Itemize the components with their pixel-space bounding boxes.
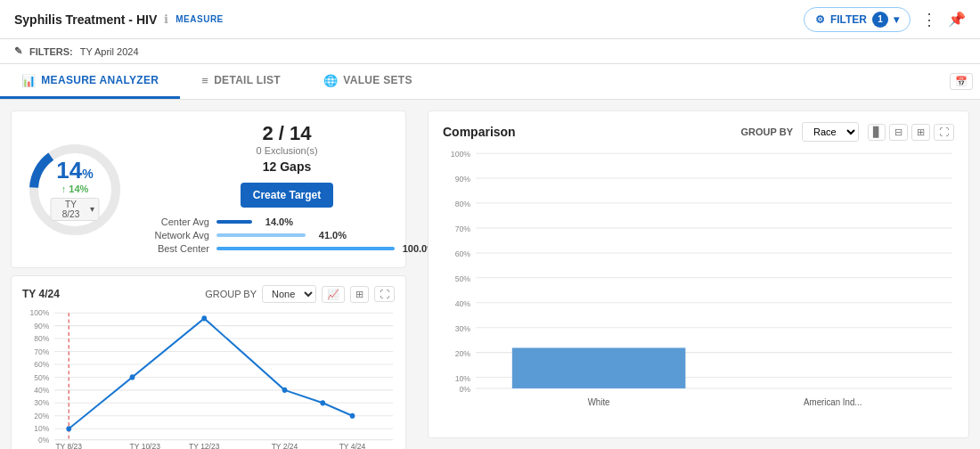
line-chart-card: TY 4/24 GROUP BY None 📈 ⊞ ⛶ (11, 275, 406, 449)
best-center-label: Best Center (138, 243, 209, 254)
trend-arrow-icon: ↑ (61, 184, 67, 194)
donut-text: 14% ↑ 14% TY 8/23 ▾ (51, 159, 100, 221)
svg-point-27 (201, 315, 207, 321)
network-avg-bar (216, 233, 306, 237)
filter-button[interactable]: ⚙ FILTER 1 ▾ (804, 7, 911, 32)
app-header: Syphilis Treatment - HIV ℹ MEASURE ⚙ FIL… (0, 0, 980, 39)
table-icon-btn[interactable]: ⊞ (350, 286, 369, 303)
best-center-bar (216, 247, 395, 250)
donut-chart: 14% ↑ 14% TY 8/23 ▾ (26, 141, 124, 239)
summary-details: 2 / 14 0 Exclusion(s) 12 Gaps Create Tar… (138, 122, 436, 257)
summary-card: 14% ↑ 14% TY 8/23 ▾ 2 / 14 (11, 110, 406, 268)
benchmark-network-avg: Network Avg 41.0% (138, 230, 436, 241)
bar-chart-area: 100% 90% 80% 70% 60% 50% 40% 30% 20% 10%… (443, 149, 954, 416)
chevron-down-icon: ▾ (894, 13, 899, 26)
kebab-menu-icon[interactable]: ⋮ (921, 10, 937, 29)
comparison-title: Comparison (443, 125, 516, 139)
svg-text:American Ind...: American Ind... (804, 396, 862, 406)
network-avg-label: Network Avg (138, 230, 209, 241)
tab-detail-list[interactable]: ≡ DETAIL LIST (180, 64, 302, 99)
tab-measure-analyzer[interactable]: 📊 MEASURE ANALYZER (0, 64, 180, 99)
svg-text:TY 2/24: TY 2/24 (272, 442, 298, 449)
filter-tag: TY April 2024 (80, 46, 139, 57)
line-chart-title: TY 4/24 (22, 288, 60, 300)
donut-trend: ↑ 14% (51, 184, 100, 194)
info-icon[interactable]: ℹ (164, 12, 168, 26)
svg-text:20%: 20% (34, 412, 49, 420)
svg-text:TY 8/23: TY 8/23 (55, 442, 82, 449)
svg-point-29 (320, 400, 325, 405)
group-by-label: GROUP BY (205, 289, 257, 299)
svg-text:60%: 60% (34, 360, 49, 369)
benchmark-center-avg: Center Avg 14.0% (138, 216, 436, 227)
donut-percent: 14% (51, 159, 100, 182)
svg-text:TY 10/23: TY 10/23 (130, 442, 161, 449)
header-subtitle: MEASURE (176, 15, 224, 24)
tabs-bar: 📊 MEASURE ANALYZER ≡ DETAIL LIST 🌐 VALUE… (0, 64, 980, 100)
filters-bar: ✎ FILTERS: TY April 2024 (0, 39, 980, 64)
svg-text:10%: 10% (34, 424, 49, 433)
split-view-icon-btn[interactable]: ⊟ (889, 124, 908, 141)
svg-text:40%: 40% (455, 299, 470, 308)
race-select[interactable]: Race (802, 122, 859, 142)
calendar-icon-btn[interactable]: 📅 (950, 73, 973, 90)
svg-point-30 (350, 413, 355, 419)
svg-text:30%: 30% (34, 398, 49, 407)
create-target-button[interactable]: Create Target (241, 183, 333, 208)
filters-edit-icon[interactable]: ✎ (14, 45, 22, 57)
svg-text:90%: 90% (455, 175, 470, 184)
svg-text:70%: 70% (455, 224, 470, 233)
grid-icon-btn[interactable]: ⊞ (911, 124, 930, 141)
filter-icon: ⚙ (815, 13, 825, 26)
bar-white[interactable] (512, 347, 686, 388)
svg-text:0%: 0% (38, 435, 49, 444)
svg-text:100%: 100% (30, 308, 50, 317)
comparison-controls: GROUP BY Race ▊ ⊟ ⊞ ⛶ (741, 122, 954, 142)
svg-text:60%: 60% (455, 249, 470, 258)
bar-chart-icon-btn[interactable]: ▊ (868, 124, 886, 141)
pin-icon[interactable]: 📌 (948, 11, 966, 28)
benchmarks: Center Avg 14.0% Network Avg 41.0% Best … (138, 216, 436, 254)
right-panel: Comparison GROUP BY Race ▊ ⊟ ⊞ ⛶ (417, 100, 980, 449)
svg-text:100%: 100% (451, 150, 470, 159)
svg-text:10%: 10% (455, 373, 470, 382)
center-avg-label: Center Avg (138, 216, 209, 227)
chart-icon: 📊 (21, 74, 36, 87)
svg-text:40%: 40% (34, 386, 49, 395)
filter-badge: 1 (872, 12, 888, 28)
globe-icon: 🌐 (323, 74, 338, 87)
svg-point-28 (282, 388, 288, 393)
tab-value-sets[interactable]: 🌐 VALUE SETS (302, 64, 434, 99)
svg-text:20%: 20% (455, 349, 470, 358)
expand-icon-btn[interactable]: ⛶ (374, 286, 395, 302)
header-title: Syphilis Treatment - HIV (14, 12, 157, 27)
network-avg-value: 41.0% (313, 230, 347, 241)
svg-text:50%: 50% (34, 372, 49, 381)
svg-text:White: White (588, 396, 610, 406)
svg-point-26 (130, 374, 135, 380)
svg-text:50%: 50% (455, 274, 470, 283)
filters-label: FILTERS: (29, 46, 73, 57)
header-right: ⚙ FILTER 1 ▾ ⋮ 📌 (804, 7, 966, 32)
left-panel: 14% ↑ 14% TY 8/23 ▾ 2 / 14 (0, 100, 417, 449)
chart-header: TY 4/24 GROUP BY None 📈 ⊞ ⛶ (22, 285, 395, 303)
summary-gaps: 12 Gaps (138, 159, 436, 174)
list-icon: ≡ (201, 74, 208, 87)
filter-label: FILTER (830, 13, 867, 26)
svg-text:70%: 70% (34, 347, 49, 355)
comparison-group-by-label: GROUP BY (741, 127, 793, 137)
expand-comparison-icon-btn[interactable]: ⛶ (934, 124, 954, 141)
comparison-card: Comparison GROUP BY Race ▊ ⊟ ⊞ ⛶ (428, 110, 969, 438)
tab-value-sets-label: VALUE SETS (343, 74, 412, 86)
svg-text:90%: 90% (34, 321, 49, 330)
svg-text:0%: 0% (460, 385, 471, 394)
svg-text:80%: 80% (455, 200, 470, 208)
header-left: Syphilis Treatment - HIV ℹ MEASURE (14, 12, 224, 27)
svg-text:80%: 80% (34, 334, 49, 343)
summary-exclusions: 0 Exclusion(s) (138, 145, 436, 156)
period-selector[interactable]: TY 8/23 ▾ (51, 198, 100, 221)
group-by-select[interactable]: None (262, 285, 316, 303)
summary-fraction: 2 / 14 (138, 122, 436, 145)
line-chart-area: 100% 90% 80% 70% 60% 50% 40% 30% 20% 10%… (22, 308, 395, 449)
line-chart-icon-btn[interactable]: 📈 (322, 286, 345, 303)
